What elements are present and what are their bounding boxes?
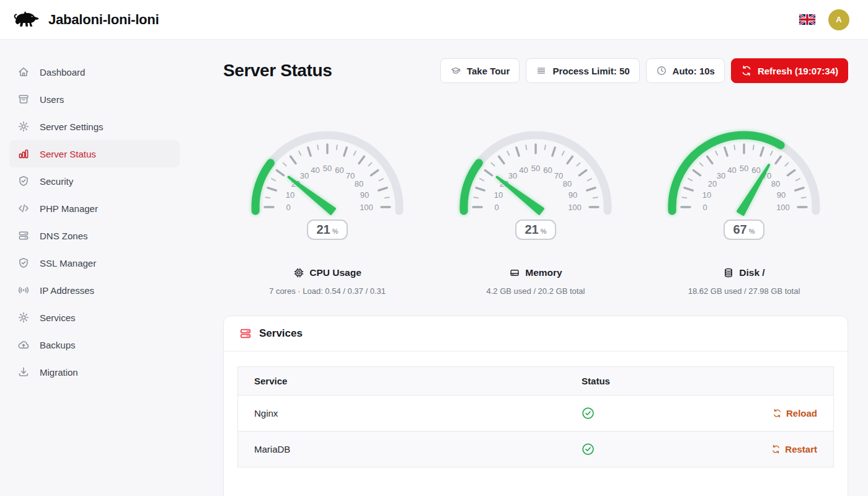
service-name-cell: Nginx (238, 396, 566, 432)
broadcast-icon (17, 284, 30, 296)
svg-text:80: 80 (355, 179, 363, 188)
sidebar-item-ip-addresses[interactable]: IP Addresses (9, 277, 180, 304)
gauge-disk: 0102030405060708090100 67 % Disk / 18.62… (640, 119, 848, 296)
gauge-cpu-usage: 0102030405060708090100 21 % CPU Usage 7 … (223, 119, 432, 296)
graduation-cap-icon (450, 65, 461, 76)
services-card-body: Service Status Nginx Reload MariaDB (224, 352, 848, 496)
svg-text:70: 70 (346, 171, 355, 180)
gauge-unit: % (541, 228, 547, 235)
server-stack-icon (17, 229, 30, 242)
refresh-icon (771, 445, 781, 454)
services-card-header: Services (224, 316, 848, 352)
restart-action-button[interactable]: Restart (771, 444, 817, 454)
clock-icon (656, 65, 667, 76)
svg-text:100: 100 (360, 203, 373, 212)
sidebar-item-php-manager[interactable]: PHP Manager (9, 195, 180, 222)
svg-text:50: 50 (323, 164, 332, 173)
gauge-value: 67 (733, 223, 746, 237)
brand-title: Jabaloni-loni-loni (48, 12, 159, 28)
brand[interactable]: Jabaloni-loni-loni (12, 8, 159, 32)
svg-text:40: 40 (311, 166, 319, 175)
archive-icon (17, 93, 30, 105)
gauge-value: 21 (525, 223, 538, 237)
svg-text:100: 100 (568, 203, 582, 212)
list-icon (536, 65, 547, 76)
column-header-service: Service (238, 367, 566, 396)
services-card-title: Services (259, 327, 303, 340)
gauge-subtitle: 4.2 GB used / 20.2 GB total (432, 286, 640, 296)
sidebar-item-services[interactable]: Services (9, 304, 180, 331)
services-table-body: Nginx Reload MariaDB Restart (238, 396, 834, 467)
gauge-dial: 0102030405060708090100 (455, 119, 616, 217)
gauge-unit: % (749, 228, 755, 235)
download-icon (17, 366, 30, 378)
refresh-icon (773, 409, 782, 418)
memory-icon (509, 267, 520, 278)
svg-text:10: 10 (494, 190, 503, 200)
sidebar-item-dashboard[interactable]: Dashboard (9, 58, 180, 86)
sidebar-item-ssl-manager[interactable]: SSL Manager (9, 249, 180, 277)
sidebar-item-server-settings[interactable]: Server Settings (9, 113, 180, 140)
gauge-value: 21 (316, 223, 330, 237)
auto-10s-button[interactable]: Auto: 10s (646, 58, 725, 83)
sidebar-item-backups[interactable]: Backups (9, 331, 180, 358)
svg-text:40: 40 (727, 166, 736, 175)
svg-text:80: 80 (563, 179, 572, 188)
sidebar-item-dns-zones[interactable]: DNS Zones (9, 222, 180, 249)
gauge-dial: 0102030405060708090100 (663, 119, 825, 217)
sidebar-item-users[interactable]: Users (9, 86, 180, 113)
svg-text:90: 90 (360, 190, 369, 200)
table-row: Nginx Reload (238, 396, 834, 432)
svg-text:50: 50 (740, 164, 748, 173)
svg-text:60: 60 (751, 166, 760, 175)
server-stack-icon (239, 327, 252, 340)
svg-text:100: 100 (776, 203, 790, 212)
svg-text:90: 90 (777, 190, 786, 200)
app-header: Jabaloni-loni-loni A (0, 0, 868, 40)
code-icon (17, 202, 30, 215)
svg-text:10: 10 (702, 190, 711, 200)
table-header-row: Service Status (238, 367, 834, 396)
refresh-19-07-34-button[interactable]: Refresh (19:07:34) (731, 58, 848, 83)
process-limit-50-button[interactable]: Process Limit: 50 (526, 58, 639, 83)
sidebar-item-server-status[interactable]: Server Status (9, 140, 180, 167)
user-avatar[interactable]: A (828, 9, 849, 30)
gear-icon (17, 120, 30, 133)
sidebar-item-security[interactable]: Security (9, 167, 180, 195)
svg-text:20: 20 (708, 179, 717, 188)
gauge-unit: % (332, 228, 339, 235)
gauges-row: 0102030405060708090100 21 % CPU Usage 7 … (223, 119, 848, 296)
take-tour-button[interactable]: Take Tour (440, 58, 520, 83)
svg-text:0: 0 (702, 203, 707, 212)
home-icon (17, 66, 30, 78)
column-header-status: Status (565, 367, 833, 396)
svg-text:80: 80 (771, 179, 780, 188)
gear-icon (17, 311, 30, 324)
gauge-subtitle: 18.62 GB used / 27.98 GB total (640, 286, 848, 296)
gauge-memory: 0102030405060708090100 21 % Memory 4.2 G… (432, 119, 640, 296)
cloud-upload-icon (17, 339, 30, 351)
services-table: Service Status Nginx Reload MariaDB (237, 366, 834, 467)
database-icon (723, 267, 734, 278)
svg-text:60: 60 (335, 166, 343, 175)
svg-text:30: 30 (717, 171, 725, 180)
svg-text:90: 90 (569, 190, 577, 200)
cpu-icon (293, 267, 304, 278)
title-row: Server Status Take Tour Process Limit: 5… (223, 58, 848, 83)
gauge-value-box: 21 % (307, 219, 347, 240)
page-body: Dashboard Users Server Settings Server S… (0, 40, 868, 496)
gauge-dial: 0102030405060708090100 (247, 119, 408, 217)
table-row: MariaDB Restart (238, 432, 834, 467)
uk-flag-icon[interactable] (799, 14, 815, 25)
gauge-value-box: 67 % (724, 219, 764, 240)
services-card: Services Service Status Nginx Reloa (223, 316, 848, 496)
main-content: Server Status Take Tour Process Limit: 5… (218, 40, 868, 496)
sidebar-nav: Dashboard Users Server Settings Server S… (0, 40, 218, 496)
status-running-icon (582, 407, 595, 420)
page-title: Server Status (223, 61, 332, 81)
sidebar-item-migration[interactable]: Migration (9, 358, 180, 386)
svg-text:0: 0 (286, 203, 290, 212)
bar-chart-icon (17, 148, 30, 160)
reload-action-button[interactable]: Reload (773, 408, 817, 418)
svg-text:50: 50 (531, 164, 540, 173)
